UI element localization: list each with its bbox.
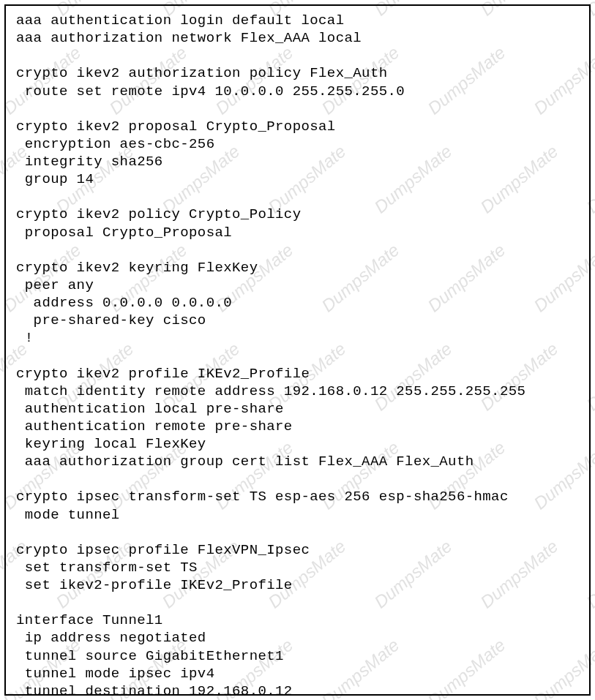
config-line: authentication remote pre-share (16, 418, 579, 435)
config-line: interface Tunnel1 (16, 611, 579, 629)
config-line: tunnel destination 192.168.0.12 (16, 682, 579, 700)
config-line: address 0.0.0.0 0.0.0.0 (16, 294, 579, 312)
config-line (16, 594, 579, 611)
config-line: aaa authorization group cert list Flex_A… (16, 453, 579, 470)
config-line: keyring local FlexKey (16, 435, 579, 453)
config-line: crypto ikev2 policy Crypto_Policy (16, 206, 579, 223)
config-line: set ikev2-profile IKEv2_Profile (16, 576, 579, 594)
config-content: aaa authentication login default localaa… (6, 6, 589, 700)
config-line: tunnel mode ipsec ipv4 (16, 665, 579, 682)
config-line: encryption aes-cbc-256 (16, 135, 579, 153)
config-line: crypto ipsec transform-set TS esp-aes 25… (16, 488, 579, 505)
config-line (16, 347, 579, 364)
config-line: aaa authentication login default local (16, 12, 579, 29)
config-line: tunnel source GigabitEthernet1 (16, 647, 579, 665)
config-line: integrity sha256 (16, 153, 579, 170)
config-box: aaa authentication login default localaa… (4, 4, 591, 696)
config-line: mode tunnel (16, 506, 579, 524)
config-line (16, 188, 579, 206)
config-line: crypto ikev2 profile IKEv2_Profile (16, 365, 579, 383)
config-line: peer any (16, 276, 579, 294)
config-line: ip address negotiated (16, 629, 579, 647)
config-line: proposal Crypto_Proposal (16, 224, 579, 241)
config-line: pre-shared-key cisco (16, 312, 579, 329)
config-line (16, 100, 579, 118)
config-line: crypto ipsec profile FlexVPN_Ipsec (16, 541, 579, 559)
config-line (16, 524, 579, 541)
config-line: crypto ikev2 keyring FlexKey (16, 259, 579, 276)
config-line: crypto ikev2 authorization policy Flex_A… (16, 64, 579, 82)
config-line: ! (16, 329, 579, 347)
config-line: aaa authorization network Flex_AAA local (16, 29, 579, 47)
config-line: match identity remote address 192.168.0.… (16, 383, 579, 400)
config-line (16, 470, 579, 488)
config-line: route set remote ipv4 10.0.0.0 255.255.2… (16, 83, 579, 100)
config-line: set transform-set TS (16, 559, 579, 576)
config-line (16, 47, 579, 64)
config-line (16, 241, 579, 259)
config-line: authentication local pre-share (16, 400, 579, 418)
config-line: crypto ikev2 proposal Crypto_Proposal (16, 118, 579, 135)
config-line: group 14 (16, 170, 579, 188)
